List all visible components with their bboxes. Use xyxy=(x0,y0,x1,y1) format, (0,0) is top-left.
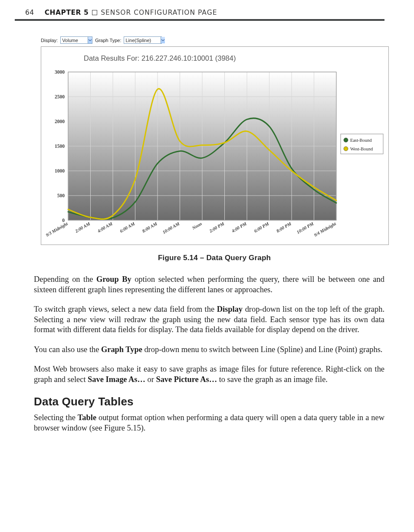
paragraph: Most Web browsers also make it easy to s… xyxy=(34,364,384,385)
svg-text:4:00 AM: 4:00 AM xyxy=(96,221,114,234)
svg-text:10:00 PM: 10:00 PM xyxy=(296,221,315,235)
data-query-chart: Data Results For: 216.227.246.10:10001 (… xyxy=(41,46,389,245)
svg-text:West-Bound: West-Bound xyxy=(350,147,373,151)
svg-text:8:00 AM: 8:00 AM xyxy=(141,221,158,234)
running-head: 64 CHAPTER 5 SENSOR CONFIGURATION PAGE xyxy=(25,9,384,16)
body-text: Depending on the Group By option selecte… xyxy=(25,274,384,385)
svg-text:10:00 AM: 10:00 AM xyxy=(162,221,181,235)
header-rule xyxy=(15,19,384,21)
svg-text:East-Bound: East-Bound xyxy=(350,138,372,143)
svg-text:2000: 2000 xyxy=(55,119,65,124)
svg-text:500: 500 xyxy=(57,193,65,198)
graph-controls-row: Display: Volume Graph Type: Line(Spline) xyxy=(41,36,388,46)
square-icon xyxy=(92,10,97,15)
figure-container: Display: Volume Graph Type: Line(Spline)… xyxy=(41,36,388,262)
page-number: 64 xyxy=(25,9,34,16)
chevron-down-icon xyxy=(88,37,92,43)
svg-text:Data Results For: 216.227.246.: Data Results For: 216.227.246.10:10001 (… xyxy=(84,54,236,62)
chevron-down-icon xyxy=(161,37,165,43)
paragraph: Selecting the Table output format option… xyxy=(34,413,384,433)
svg-text:8:00 PM: 8:00 PM xyxy=(276,221,292,234)
graph-type-select[interactable]: Line(Spline) xyxy=(124,36,162,44)
svg-text:9/3 Midnight: 9/3 Midnight xyxy=(45,221,69,238)
figure-caption: Figure 5.14 – Data Query Graph xyxy=(41,254,388,262)
svg-text:Noon: Noon xyxy=(191,221,203,231)
display-label: Display: xyxy=(41,38,58,43)
svg-text:1500: 1500 xyxy=(55,144,65,149)
paragraph: Depending on the Group By option selecte… xyxy=(34,274,384,295)
svg-text:9/4 Midnight: 9/4 Midnight xyxy=(313,221,337,238)
page-title: SENSOR CONFIGURATION PAGE xyxy=(101,9,217,16)
display-select[interactable]: Volume xyxy=(60,36,92,44)
section-heading: Data Query Tables xyxy=(34,395,384,408)
display-select-value: Volume xyxy=(62,38,88,43)
chapter-label: CHAPTER 5 xyxy=(45,9,89,16)
svg-text:6:00 AM: 6:00 AM xyxy=(119,221,136,234)
svg-text:1000: 1000 xyxy=(55,168,65,173)
svg-point-44 xyxy=(344,138,348,142)
paragraph: To switch graph views, select a new data… xyxy=(34,304,384,335)
svg-text:2500: 2500 xyxy=(55,94,65,99)
graph-type-select-value: Line(Spline) xyxy=(125,38,161,43)
graph-type-label: Graph Type: xyxy=(95,38,121,43)
svg-text:6:00 PM: 6:00 PM xyxy=(253,221,270,234)
svg-text:2:00 AM: 2:00 AM xyxy=(74,221,91,234)
paragraph: You can also use the Graph Type drop-dow… xyxy=(34,345,384,355)
svg-text:2:00 PM: 2:00 PM xyxy=(208,221,226,234)
svg-point-46 xyxy=(344,147,348,151)
svg-text:3000: 3000 xyxy=(55,69,65,75)
svg-text:4:00 PM: 4:00 PM xyxy=(230,221,248,234)
body-text: Selecting the Table output format option… xyxy=(25,413,384,433)
